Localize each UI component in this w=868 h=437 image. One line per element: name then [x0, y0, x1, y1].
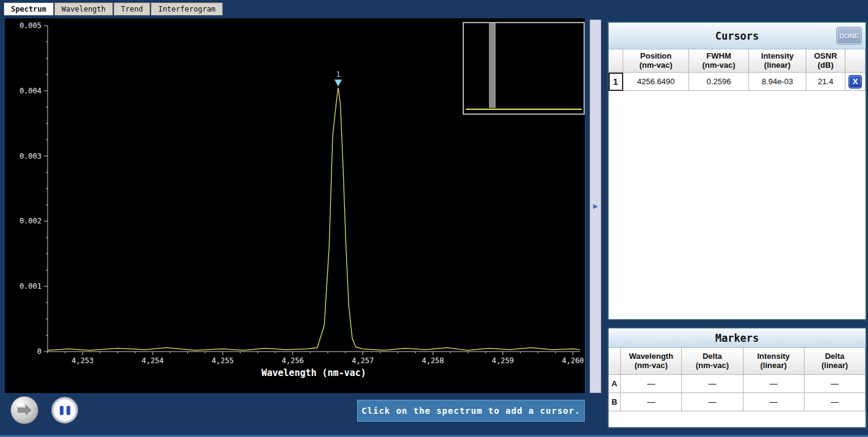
cursors-col-intensity: Intensity (linear)	[749, 49, 806, 73]
svg-text:4,254: 4,254	[142, 356, 164, 365]
col-sublabel: (linear)	[760, 361, 786, 370]
tab-trend[interactable]: Trend	[114, 2, 150, 15]
spectrum-plot[interactable]: 00.0010.0020.0030.0040.0054,2534,2544,25…	[5, 18, 585, 393]
tab-interferogram[interactable]: Interferogram	[151, 2, 223, 15]
cursors-panel: Cursors DONE Position (nm-vac) FWHM (nm-…	[607, 21, 867, 320]
svg-text:4,257: 4,257	[352, 356, 374, 365]
marker-a-delta-nm: —	[682, 375, 743, 393]
svg-text:0.005: 0.005	[20, 21, 42, 30]
delete-cursor-button[interactable]: X	[848, 75, 862, 88]
svg-text:Wavelength (nm-vac): Wavelength (nm-vac)	[261, 367, 366, 378]
markers-panel: Markers Wavelength (nm-vac) Delta (nm-va…	[607, 327, 867, 428]
cursor-osnr-value: 21.4	[806, 73, 845, 91]
svg-text:4,256: 4,256	[282, 356, 304, 365]
marker-b-row-id: B	[609, 393, 621, 411]
pause-button[interactable]	[52, 397, 78, 423]
marker-b-intensity: —	[743, 393, 805, 411]
markers-col-delta-linear: Delta (linear)	[805, 348, 866, 375]
col-sublabel: (linear)	[822, 361, 848, 370]
cursors-col-osnr: OSNR (dB)	[806, 49, 845, 73]
svg-text:4,259: 4,259	[492, 356, 514, 365]
col-sublabel: (linear)	[764, 61, 790, 70]
marker-b-wavelength: —	[621, 393, 682, 411]
markers-col-wavelength: Wavelength (nm-vac)	[621, 348, 682, 375]
cursors-col-actions	[845, 49, 866, 73]
hint-banner: Click on the spectrum to add a cursor.	[357, 400, 585, 422]
col-label: Wavelength	[629, 352, 673, 361]
markers-header: Markers	[609, 328, 866, 348]
col-label: OSNR	[814, 52, 837, 61]
svg-text:0: 0	[37, 347, 42, 356]
col-label: FWHM	[706, 52, 731, 61]
pause-icon	[60, 406, 63, 415]
play-arrow-icon	[14, 400, 35, 421]
cursor-fwhm-value: 0.2596	[689, 73, 749, 91]
cursor-intensity-value: 8.94e-03	[749, 73, 806, 91]
cursor-row-id: 1	[609, 73, 623, 91]
svg-text:4,258: 4,258	[422, 356, 444, 365]
tab-spectrum[interactable]: Spectrum	[4, 2, 54, 15]
col-sublabel: (nm-vac)	[696, 361, 729, 370]
svg-text:4,255: 4,255	[212, 356, 234, 365]
svg-text:0.003: 0.003	[20, 152, 42, 161]
markers-col-intensity: Intensity (linear)	[743, 348, 805, 375]
done-button[interactable]: DONE	[837, 27, 861, 44]
marker-a-wavelength: —	[621, 375, 682, 393]
view-tabbar: Spectrum Wavelength Trend Interferogram	[4, 2, 223, 15]
svg-text:1: 1	[336, 70, 340, 79]
col-sublabel: (nm-vac)	[639, 61, 672, 70]
cursors-title: Cursors	[715, 30, 759, 42]
cursors-header: Cursors DONE	[609, 23, 866, 49]
marker-b-delta-linear: —	[805, 393, 866, 411]
markers-col-index	[609, 348, 621, 375]
col-sublabel: (nm-vac)	[702, 61, 735, 70]
col-sublabel: (nm-vac)	[635, 361, 668, 370]
continue-button[interactable]	[10, 396, 38, 424]
marker-b-delta-nm: —	[682, 393, 743, 411]
col-label: Delta	[825, 352, 844, 361]
cursor-position-value: 4256.6490	[623, 73, 689, 91]
svg-text:4,253: 4,253	[71, 356, 93, 365]
markers-col-delta-nm: Delta (nm-vac)	[682, 348, 743, 375]
svg-text:0.002: 0.002	[20, 217, 42, 225]
overview-trace	[466, 109, 582, 110]
svg-text:0.004: 0.004	[20, 87, 42, 95]
col-label: Intensity	[761, 52, 794, 61]
cursor-actions-cell: X	[845, 73, 866, 91]
cursors-col-index	[609, 49, 623, 73]
overview-inset[interactable]	[463, 22, 585, 115]
tab-wavelength[interactable]: Wavelength	[54, 2, 113, 15]
zoom-region-indicator[interactable]	[489, 23, 496, 108]
marker-a-intensity: —	[743, 375, 805, 393]
pause-icon	[67, 406, 70, 415]
col-label: Intensity	[757, 352, 789, 361]
svg-text:0.001: 0.001	[20, 282, 42, 291]
cursors-col-fwhm: FWHM (nm-vac)	[689, 49, 749, 73]
cursors-table: Position (nm-vac) FWHM (nm-vac) Intensit…	[609, 49, 866, 91]
panel-expander[interactable]: ▶	[590, 20, 601, 393]
marker-a-row-id: A	[609, 375, 621, 393]
markers-title: Markers	[715, 332, 759, 344]
col-sublabel: (dB)	[818, 61, 834, 70]
markers-table: Wavelength (nm-vac) Delta (nm-vac) Inten…	[609, 348, 866, 411]
col-label: Position	[640, 52, 671, 61]
svg-text:4,260: 4,260	[562, 356, 584, 365]
marker-a-delta-linear: —	[805, 375, 866, 393]
col-label: Delta	[703, 352, 722, 361]
cursors-col-position: Position (nm-vac)	[623, 49, 689, 73]
chevron-right-icon: ▶	[593, 203, 598, 209]
